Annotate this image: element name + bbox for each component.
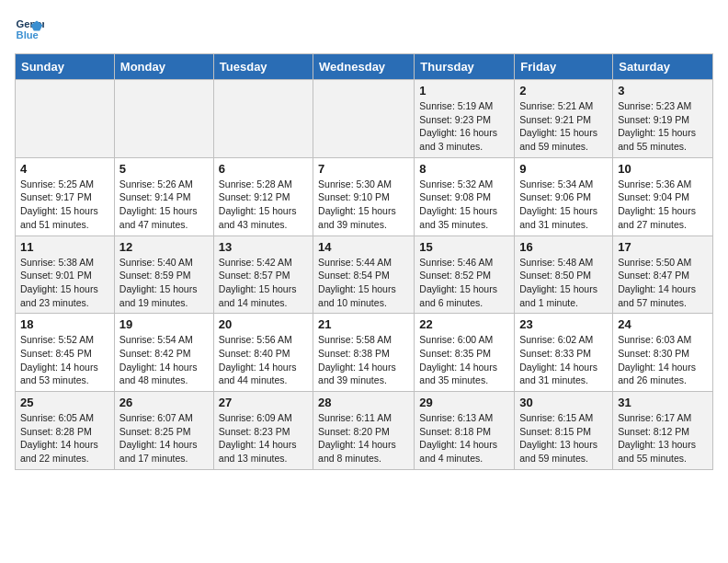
day-number: 8: [419, 162, 509, 176]
calendar-cell: 28Sunrise: 6:11 AM Sunset: 8:20 PM Dayli…: [313, 392, 415, 470]
day-number: 31: [618, 396, 708, 409]
calendar-table: SundayMondayTuesdayWednesdayThursdayFrid…: [15, 53, 713, 470]
day-info: Sunrise: 6:05 AM Sunset: 8:28 PM Dayligh…: [20, 411, 109, 465]
day-header-saturday: Saturday: [613, 54, 713, 80]
day-info: Sunrise: 5:34 AM Sunset: 9:06 PM Dayligh…: [519, 178, 608, 232]
day-number: 20: [219, 317, 308, 331]
calendar-cell: 17Sunrise: 5:50 AM Sunset: 8:47 PM Dayli…: [613, 236, 713, 314]
day-number: 17: [618, 240, 708, 254]
calendar-cell: 23Sunrise: 6:02 AM Sunset: 8:33 PM Dayli…: [515, 314, 613, 392]
calendar-cell: 11Sunrise: 5:38 AM Sunset: 9:01 PM Dayli…: [16, 236, 115, 314]
calendar-cell: 20Sunrise: 5:56 AM Sunset: 8:40 PM Dayli…: [213, 314, 313, 392]
calendar-cell: 25Sunrise: 6:05 AM Sunset: 8:28 PM Dayli…: [16, 392, 115, 470]
day-number: 12: [119, 240, 209, 254]
day-info: Sunrise: 6:11 AM Sunset: 8:20 PM Dayligh…: [318, 411, 409, 465]
day-info: Sunrise: 5:25 AM Sunset: 9:17 PM Dayligh…: [20, 178, 109, 232]
day-info: Sunrise: 6:00 AM Sunset: 8:35 PM Dayligh…: [419, 333, 509, 387]
calendar-cell: 19Sunrise: 5:54 AM Sunset: 8:42 PM Dayli…: [114, 314, 213, 392]
day-info: Sunrise: 5:46 AM Sunset: 8:52 PM Dayligh…: [419, 256, 509, 310]
day-number: 13: [219, 240, 308, 254]
calendar-week-4: 18Sunrise: 5:52 AM Sunset: 8:45 PM Dayli…: [16, 314, 713, 392]
header: General Blue: [15, 15, 713, 44]
day-number: 7: [318, 162, 409, 176]
day-info: Sunrise: 5:32 AM Sunset: 9:08 PM Dayligh…: [419, 178, 509, 232]
day-number: 28: [318, 396, 409, 409]
day-header-sunday: Sunday: [16, 54, 115, 80]
calendar-cell: 13Sunrise: 5:42 AM Sunset: 8:57 PM Dayli…: [213, 236, 313, 314]
day-number: 5: [119, 162, 209, 176]
day-number: 9: [519, 162, 608, 176]
day-info: Sunrise: 6:07 AM Sunset: 8:25 PM Dayligh…: [119, 411, 209, 465]
calendar-cell: 12Sunrise: 5:40 AM Sunset: 8:59 PM Dayli…: [114, 236, 213, 314]
day-info: Sunrise: 5:21 AM Sunset: 9:21 PM Dayligh…: [519, 99, 608, 154]
day-number: 29: [419, 396, 509, 409]
day-info: Sunrise: 5:50 AM Sunset: 8:47 PM Dayligh…: [618, 256, 708, 310]
logo-icon: General Blue: [15, 15, 44, 44]
day-number: 25: [20, 396, 109, 409]
day-header-thursday: Thursday: [415, 54, 515, 80]
calendar-cell: 14Sunrise: 5:44 AM Sunset: 8:54 PM Dayli…: [313, 236, 415, 314]
calendar-cell: 27Sunrise: 6:09 AM Sunset: 8:23 PM Dayli…: [213, 392, 313, 470]
calendar-cell: 30Sunrise: 6:15 AM Sunset: 8:15 PM Dayli…: [515, 392, 613, 470]
calendar-week-5: 25Sunrise: 6:05 AM Sunset: 8:28 PM Dayli…: [16, 392, 713, 470]
day-info: Sunrise: 5:52 AM Sunset: 8:45 PM Dayligh…: [20, 333, 109, 387]
day-header-friday: Friday: [515, 54, 613, 80]
calendar-cell: 8Sunrise: 5:32 AM Sunset: 9:08 PM Daylig…: [415, 157, 515, 236]
day-number: 3: [618, 84, 708, 98]
day-info: Sunrise: 5:58 AM Sunset: 8:38 PM Dayligh…: [318, 333, 409, 387]
day-info: Sunrise: 5:36 AM Sunset: 9:04 PM Dayligh…: [618, 178, 708, 232]
day-header-wednesday: Wednesday: [313, 54, 415, 80]
calendar-cell: 31Sunrise: 6:17 AM Sunset: 8:12 PM Dayli…: [613, 392, 713, 470]
day-info: Sunrise: 6:17 AM Sunset: 8:12 PM Dayligh…: [618, 411, 708, 465]
calendar-week-3: 11Sunrise: 5:38 AM Sunset: 9:01 PM Dayli…: [16, 236, 713, 314]
day-info: Sunrise: 5:40 AM Sunset: 8:59 PM Dayligh…: [119, 256, 209, 310]
day-number: 10: [618, 162, 708, 176]
day-info: Sunrise: 5:38 AM Sunset: 9:01 PM Dayligh…: [20, 256, 109, 310]
day-info: Sunrise: 6:15 AM Sunset: 8:15 PM Dayligh…: [519, 411, 608, 465]
day-number: 22: [419, 317, 509, 331]
calendar-cell: 22Sunrise: 6:00 AM Sunset: 8:35 PM Dayli…: [415, 314, 515, 392]
day-info: Sunrise: 5:30 AM Sunset: 9:10 PM Dayligh…: [318, 178, 409, 232]
day-info: Sunrise: 6:13 AM Sunset: 8:18 PM Dayligh…: [419, 411, 509, 465]
calendar-cell: 9Sunrise: 5:34 AM Sunset: 9:06 PM Daylig…: [515, 157, 613, 236]
day-number: 6: [219, 162, 308, 176]
calendar-header-row: SundayMondayTuesdayWednesdayThursdayFrid…: [16, 54, 713, 80]
calendar-cell: 10Sunrise: 5:36 AM Sunset: 9:04 PM Dayli…: [613, 157, 713, 236]
calendar-cell: 4Sunrise: 5:25 AM Sunset: 9:17 PM Daylig…: [16, 157, 115, 236]
calendar-cell: [114, 80, 213, 158]
day-number: 23: [519, 317, 608, 331]
day-number: 30: [519, 396, 608, 409]
calendar-cell: 26Sunrise: 6:07 AM Sunset: 8:25 PM Dayli…: [114, 392, 213, 470]
day-number: 1: [419, 84, 509, 98]
calendar-week-2: 4Sunrise: 5:25 AM Sunset: 9:17 PM Daylig…: [16, 157, 713, 236]
day-number: 27: [219, 396, 308, 409]
calendar-cell: 2Sunrise: 5:21 AM Sunset: 9:21 PM Daylig…: [515, 80, 613, 158]
calendar-body: 1Sunrise: 5:19 AM Sunset: 9:23 PM Daylig…: [16, 80, 713, 470]
day-number: 16: [519, 240, 608, 254]
day-number: 18: [20, 317, 109, 331]
calendar-cell: 24Sunrise: 6:03 AM Sunset: 8:30 PM Dayli…: [613, 314, 713, 392]
calendar-cell: 7Sunrise: 5:30 AM Sunset: 9:10 PM Daylig…: [313, 157, 415, 236]
calendar-cell: 21Sunrise: 5:58 AM Sunset: 8:38 PM Dayli…: [313, 314, 415, 392]
day-info: Sunrise: 5:56 AM Sunset: 8:40 PM Dayligh…: [219, 333, 308, 387]
day-info: Sunrise: 5:54 AM Sunset: 8:42 PM Dayligh…: [119, 333, 209, 387]
calendar-cell: 16Sunrise: 5:48 AM Sunset: 8:50 PM Dayli…: [515, 236, 613, 314]
day-number: 26: [119, 396, 209, 409]
calendar-cell: [16, 80, 115, 158]
day-number: 19: [119, 317, 209, 331]
calendar-cell: 5Sunrise: 5:26 AM Sunset: 9:14 PM Daylig…: [114, 157, 213, 236]
day-info: Sunrise: 6:02 AM Sunset: 8:33 PM Dayligh…: [519, 333, 608, 387]
day-number: 2: [519, 84, 608, 98]
day-info: Sunrise: 5:42 AM Sunset: 8:57 PM Dayligh…: [219, 256, 308, 310]
day-header-tuesday: Tuesday: [213, 54, 313, 80]
day-number: 14: [318, 240, 409, 254]
calendar-cell: [313, 80, 415, 158]
day-info: Sunrise: 5:23 AM Sunset: 9:19 PM Dayligh…: [618, 99, 708, 154]
logo: General Blue: [15, 15, 48, 44]
calendar-cell: 1Sunrise: 5:19 AM Sunset: 9:23 PM Daylig…: [415, 80, 515, 158]
day-info: Sunrise: 6:03 AM Sunset: 8:30 PM Dayligh…: [618, 333, 708, 387]
calendar-week-1: 1Sunrise: 5:19 AM Sunset: 9:23 PM Daylig…: [16, 80, 713, 158]
day-info: Sunrise: 6:09 AM Sunset: 8:23 PM Dayligh…: [219, 411, 308, 465]
calendar-cell: 6Sunrise: 5:28 AM Sunset: 9:12 PM Daylig…: [213, 157, 313, 236]
day-number: 24: [618, 317, 708, 331]
